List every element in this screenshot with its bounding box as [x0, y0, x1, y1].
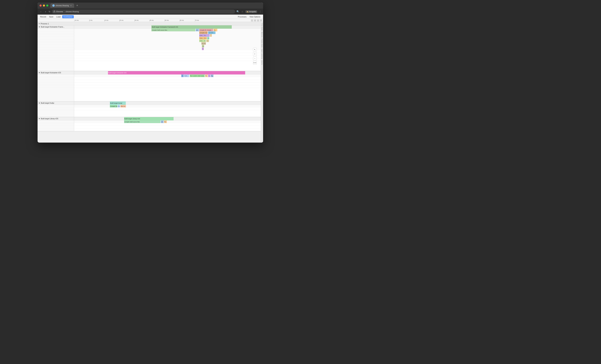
tick-70: 70 ms	[195, 20, 199, 22]
help-ruler-button[interactable]: ?	[260, 19, 262, 22]
process-1-header: ▼ Process 1	[38, 22, 261, 25]
ruler-end-controls: − + ↔ ?	[246, 19, 263, 22]
processes-button[interactable]: Processes	[237, 15, 248, 18]
bar-co-kf-3b[interactable]	[210, 34, 212, 37]
frame-data-label[interactable]: Frame Data	[261, 38, 263, 48]
maximize-button[interactable]	[46, 5, 48, 7]
trace-area[interactable]: ▼ Process 1 ▼ Build target Kickstarter-F…	[38, 22, 261, 142]
ruler-ticks: -10 ms 0 ms 10 ms 20 ms 30 ms 40 ms 50 m…	[74, 19, 246, 22]
build-section-kickstarter-frame: ▼ Build target Kickstarter-Frame... Buil…	[38, 25, 261, 71]
empty-row-lib-2	[38, 126, 261, 129]
sub-row-kf-7: Co	[38, 45, 261, 48]
tab-label: chrome://tracing	[56, 5, 69, 7]
file-stats-label[interactable]: File Stats	[261, 23, 263, 31]
build-arrow-ksapi[interactable]: ▼	[39, 102, 40, 104]
bar-co-ksapi[interactable]: Co	[118, 105, 120, 108]
bar-ru-lib[interactable]: Ru	[164, 121, 167, 123]
fit-button[interactable]: ⟺	[253, 61, 257, 65]
input-latency-label[interactable]: Input Latency	[261, 48, 263, 60]
timeline-ruler: -10 ms 0 ms 10 ms 20 ms 30 ms 40 ms 50 m…	[38, 19, 263, 22]
kickstarter-button[interactable]: KickStarter	[62, 15, 74, 18]
metrics-label[interactable]: Metrics	[261, 31, 263, 38]
close-button[interactable]	[40, 5, 41, 7]
bar-co-kf-8[interactable]: Co	[202, 48, 204, 50]
bar-co-com-kf-2[interactable]: Co Com...	[208, 31, 216, 34]
alerts-label[interactable]: Alerts	[261, 60, 263, 65]
bar-co-kf-7[interactable]: Co	[202, 45, 204, 48]
build-header-kickstarter-frame: ▼ Build target Kickstarter-Frame... Buil…	[38, 25, 261, 29]
tab-favicon	[52, 4, 55, 7]
build-section-kickstarter-ios: ▼ Build target Kickstarter-iOS Build tar…	[38, 71, 261, 101]
bookmark-icon[interactable]: ☆	[241, 10, 243, 13]
zoom-out-ruler-button[interactable]: −	[251, 19, 253, 22]
bar-com-co-co-kf-5a[interactable]: Com... Co Co	[199, 40, 206, 42]
sub-label-kf-1	[38, 29, 74, 31]
incognito-label: Incognito	[249, 11, 256, 13]
build-arrow-kickstarter-frame[interactable]: ▼	[39, 26, 40, 28]
menu-icon[interactable]: ⋮	[259, 10, 261, 13]
empty-row-lib-3	[38, 129, 261, 131]
tab-tracing[interactable]: chrome://tracing ✕	[50, 3, 74, 8]
search-icon[interactable]: 🔍	[236, 10, 239, 13]
zoom-in-button[interactable]: +	[253, 52, 257, 56]
fit-ruler-button[interactable]: ↔	[257, 19, 259, 22]
bar-ru-kf[interactable]: Ru	[214, 29, 217, 31]
address-box[interactable]: Chrome | chrome://tracing	[52, 10, 235, 14]
main-bar-ksapi[interactable]: Build target KsApi	[110, 101, 126, 105]
bar-co-kios-2[interactable]: Co	[208, 74, 210, 77]
save-button[interactable]: Save	[48, 15, 55, 18]
bar-com-co-kf-3a[interactable]: Com... Co...	[199, 34, 210, 37]
sub-row-kf-4: Com... Co Co Co	[38, 37, 261, 40]
back-button[interactable]: ‹	[39, 10, 43, 13]
main-bar-kickstarter-ios[interactable]: Build target Kickstarter-iOS	[108, 71, 245, 74]
bar-run-custom-kios-1[interactable]: Run custom shell script...	[190, 74, 205, 77]
build-header-kickstarter-ios: ▼ Build target Kickstarter-iOS Build tar…	[38, 71, 261, 74]
bar-compile-swi-ksapi[interactable]: Compile Swi...	[110, 105, 117, 108]
build-canvas-library-ios: Build target Library-iOS	[74, 117, 261, 121]
forward-button[interactable]: ›	[44, 10, 47, 13]
bar-compile-swift-lib[interactable]: Compile Swift source files	[124, 121, 160, 123]
zoom-in-ruler-button[interactable]: +	[254, 19, 256, 22]
tab-close-button[interactable]: ✕	[70, 4, 72, 7]
bar-compile-st-kf[interactable]: Compile St. Compil...	[199, 29, 213, 31]
sub-label-ksapi-1	[38, 105, 74, 107]
build-label-ksapi: ▼ Build target KsApi	[38, 101, 74, 105]
load-button[interactable]: Load	[55, 15, 62, 18]
main-bar-kickstarter-frame[interactable]: Build target Kickstarter-Framework-iOS	[151, 25, 232, 29]
build-arrow-library-ios[interactable]: ▼	[39, 118, 40, 120]
sub-row-kf-2: Compile Com... Co Com...	[38, 31, 261, 34]
bar-lin-lib[interactable]: Lin	[161, 121, 164, 123]
tick-10: 10 ms	[104, 20, 109, 22]
bar-compile-swift-kf[interactable]: Compile Swift source files	[151, 29, 195, 31]
new-tab-button[interactable]: +	[75, 3, 79, 8]
tick-30: 30 ms	[134, 20, 139, 22]
main-bar-library-ios[interactable]: Build target Library-iOS	[124, 117, 174, 121]
build-label-library-ios: ▼ Build target Library-iOS	[38, 117, 74, 120]
build-label-kickstarter-ios: ▼ Build target Kickstarter-iOS	[38, 71, 74, 74]
bar-compile-com-kf-2[interactable]: Compile Com...	[199, 31, 208, 34]
bar-co-kf-4b[interactable]: Co	[207, 37, 209, 40]
bar-co-co-co-kf-6a[interactable]: Co Co Co	[201, 42, 206, 45]
bar-com-co-co-kf-4a[interactable]: Com... Co Co	[199, 37, 207, 40]
bar-co-co-kf-5b[interactable]: Co Co	[206, 40, 209, 42]
process-1-arrow[interactable]: ▼	[39, 23, 40, 24]
minimize-button[interactable]	[43, 5, 45, 7]
cursor-tool-button[interactable]: ↖	[253, 48, 257, 51]
bar-ru-kios-1[interactable]: Ru	[205, 74, 208, 77]
zoom-out-button[interactable]: −	[253, 57, 257, 60]
bar-co-kios-1[interactable]: Co	[181, 74, 183, 77]
reload-button[interactable]: ↻	[49, 10, 50, 13]
empty-row-kf-4	[38, 58, 261, 61]
record-button[interactable]: Record	[39, 15, 48, 18]
tick-20: 20 ms	[120, 20, 124, 22]
sub-canvas-lib-1: Compile Swift source files Lin Ru	[74, 121, 261, 123]
incognito-badge: 🕵 Incognito	[245, 10, 257, 13]
tab-bar: chrome://tracing ✕ +	[50, 3, 261, 8]
bar-com-kios-1[interactable]: Com...	[184, 74, 189, 77]
view-options-button[interactable]: View Options	[248, 15, 262, 18]
bar-sig-kios-1[interactable]: Sig	[211, 74, 213, 77]
bar-run-cu-ksapi[interactable]: Run cu...	[120, 105, 126, 108]
sub-label-lib-1	[38, 121, 74, 123]
bar-lin-kf[interactable]: Lin	[196, 29, 199, 31]
build-arrow-kickstarter-ios[interactable]: ▼	[39, 72, 40, 74]
